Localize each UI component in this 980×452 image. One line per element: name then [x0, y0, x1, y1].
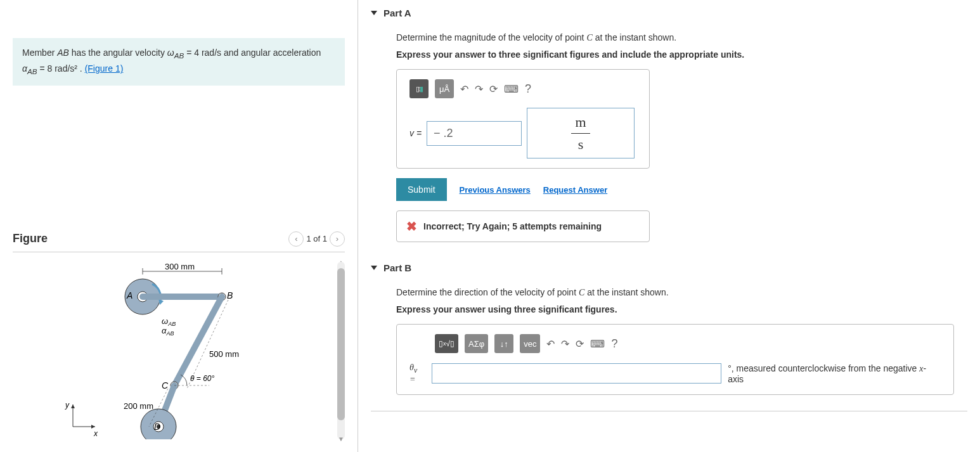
- svg-text:200 mm: 200 mm: [124, 401, 153, 411]
- svg-marker-19: [91, 425, 95, 429]
- value-input[interactable]: − .2: [427, 121, 522, 146]
- figure-link[interactable]: (Figure 1): [85, 63, 124, 74]
- feedback-box: ✖ Incorrect; Try Again; 5 attempts remai…: [396, 210, 650, 242]
- greek-button[interactable]: ΑΣφ: [465, 334, 488, 353]
- help-icon[interactable]: ?: [611, 337, 617, 351]
- svg-text:x: x: [93, 429, 98, 438]
- svg-line-6: [174, 297, 222, 385]
- keyboard-icon[interactable]: ⌨: [590, 338, 605, 350]
- figure-prev-button[interactable]: ‹: [288, 231, 304, 247]
- reset-icon[interactable]: ⟳: [576, 338, 584, 350]
- unit-numerator: m: [576, 114, 586, 131]
- keyboard-icon[interactable]: ⌨: [504, 83, 519, 95]
- collapse-icon: [371, 11, 377, 15]
- figure-heading: Figure: [13, 232, 48, 245]
- variable-theta: θv =: [409, 363, 425, 385]
- variable-v: v =: [409, 128, 422, 138]
- problem-statement: Member AB has the angular velocity ωAB =…: [13, 38, 345, 86]
- part-b-question: Determine the direction of the velocity …: [396, 287, 967, 298]
- figure-area: 300 mm A B C D 500 mm 200 mm θ = 60° ωAB…: [13, 262, 345, 439]
- part-a-header[interactable]: Part A: [371, 0, 967, 26]
- part-a-submit-row: Submit Previous Answers Request Answer: [396, 178, 967, 201]
- svg-text:500 mm: 500 mm: [209, 349, 239, 359]
- part-b-body: Determine the direction of the velocity …: [371, 281, 967, 408]
- redo-icon[interactable]: ↷: [561, 338, 569, 350]
- previous-answers-link[interactable]: Previous Answers: [460, 185, 531, 195]
- part-b-answer-box: ▯x√▯ ΑΣφ ↓↑ vec ↶ ↷ ⟳ ⌨ ? θv = °,: [396, 324, 954, 395]
- svg-text:C: C: [162, 380, 169, 391]
- undo-icon[interactable]: ↶: [460, 83, 468, 95]
- unit-input[interactable]: m s: [527, 108, 635, 158]
- left-panel: Member AB has the angular velocity ωAB =…: [0, 0, 358, 452]
- vec-button[interactable]: vec: [520, 334, 540, 353]
- part-b-title: Part B: [384, 262, 411, 273]
- submit-button[interactable]: Submit: [396, 178, 447, 201]
- mechanism-diagram: 300 mm A B C D 500 mm 200 mm θ = 60° ωAB…: [63, 262, 292, 439]
- part-a-question: Determine the magnitude of the velocity …: [396, 32, 967, 43]
- scroll-down-icon[interactable]: ▼: [338, 436, 344, 442]
- feedback-text: Incorrect; Try Again; 5 attempts remaini…: [423, 221, 602, 231]
- undo-icon[interactable]: ↶: [546, 338, 555, 350]
- fraction-line: [571, 133, 590, 134]
- reset-icon[interactable]: ⟳: [489, 83, 498, 95]
- part-a-title: Part A: [384, 8, 411, 18]
- math-templates-button[interactable]: ▯x√▯: [435, 334, 458, 353]
- request-answer-link[interactable]: Request Answer: [543, 185, 607, 195]
- divider: [371, 411, 967, 411]
- svg-text:D: D: [154, 422, 160, 432]
- problem-text: Member AB has the angular velocity ωAB =…: [22, 48, 321, 74]
- part-a-instruction: Express your answer to three significant…: [396, 49, 967, 60]
- suffix-text: °, measured counterclockwise from the ne…: [728, 363, 941, 384]
- svg-text:αAB: αAB: [162, 326, 174, 337]
- templates-button[interactable]: ▯▯▮: [409, 79, 429, 98]
- help-icon[interactable]: ?: [525, 82, 531, 96]
- unit-denominator: s: [578, 136, 584, 153]
- part-a-toolbar: ▯▯▮ μÅ ↶ ↷ ⟳ ⌨ ?: [409, 79, 636, 98]
- part-a-body: Determine the magnitude of the velocity …: [371, 26, 967, 255]
- svg-text:B: B: [227, 290, 233, 300]
- incorrect-icon: ✖: [406, 219, 417, 234]
- collapse-icon: [371, 266, 377, 270]
- part-a-answer-box: ▯▯▮ μÅ ↶ ↷ ⟳ ⌨ ? v = − .2 m s: [396, 69, 650, 169]
- part-b-instruction: Express your answer using three signific…: [396, 304, 967, 314]
- part-a-input-row: v = − .2 m s: [409, 108, 636, 158]
- svg-text:300 mm: 300 mm: [165, 262, 195, 271]
- scrollbar-track[interactable]: [337, 262, 345, 439]
- svg-marker-21: [71, 404, 75, 408]
- figure-header: Figure ‹ 1 of 1 ›: [13, 231, 345, 252]
- redo-icon[interactable]: ↷: [475, 83, 483, 95]
- figure-counter: 1 of 1: [306, 234, 327, 243]
- units-button[interactable]: μÅ: [435, 79, 454, 98]
- svg-text:θ = 60°: θ = 60°: [190, 374, 215, 383]
- right-panel: Part A Determine the magnitude of the ve…: [358, 0, 980, 452]
- part-b-toolbar: ▯x√▯ ΑΣφ ↓↑ vec ↶ ↷ ⟳ ⌨ ?: [409, 334, 941, 353]
- figure-nav: ‹ 1 of 1 ›: [288, 231, 345, 247]
- updown-button[interactable]: ↓↑: [494, 334, 513, 353]
- svg-text:A: A: [126, 290, 132, 300]
- theta-input[interactable]: [432, 363, 721, 384]
- part-b-input-row: θv = °, measured counterclockwise from t…: [409, 363, 941, 385]
- part-b-header[interactable]: Part B: [371, 255, 967, 281]
- svg-text:y: y: [65, 401, 70, 410]
- scrollbar-thumb[interactable]: [337, 268, 345, 420]
- figure-next-button[interactable]: ›: [330, 231, 345, 247]
